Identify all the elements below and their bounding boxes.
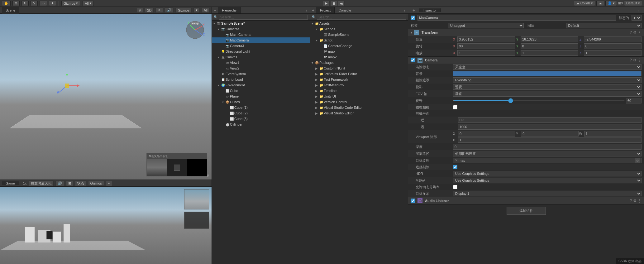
audio-settings-btn[interactable]: ⚙ bbox=[633, 199, 637, 203]
all-dropdown[interactable]: All ▾ bbox=[83, 1, 93, 6]
camera-header[interactable]: 📷 Camera ? ⚙ ⋮ bbox=[408, 57, 644, 64]
project-item-vscode-editor[interactable]: ▶ 📁 Visual Studio Code Editor bbox=[310, 105, 408, 110]
audio-listener-checkbox[interactable] bbox=[411, 199, 415, 203]
hierarchy-item-cylinder[interactable]: ⬤ Cylinder bbox=[212, 122, 310, 127]
camera-more-btn[interactable]: ⋮ bbox=[638, 58, 642, 62]
project-more-btn[interactable]: ⋮ bbox=[401, 7, 408, 13]
hierarchy-item-cubes[interactable]: ▾ 📦 Cubes bbox=[212, 99, 310, 105]
scene-gizmos-btn[interactable]: Gizmos bbox=[175, 8, 191, 13]
project-item-samplescene[interactable]: 🎬 SampleScene bbox=[310, 32, 408, 37]
layer-dropdown[interactable]: Default bbox=[566, 23, 642, 28]
scale-x-input[interactable] bbox=[457, 50, 515, 56]
hierarchy-scene-root[interactable]: ▾ 🎬 SampleScene* bbox=[212, 21, 310, 26]
project-item-textmeshpro[interactable]: ▶ 📁 TextMeshPro bbox=[310, 82, 408, 88]
tab-inspector[interactable]: Inspector bbox=[419, 8, 441, 12]
add-component-button[interactable]: 添加组件 bbox=[507, 207, 546, 215]
project-item-map[interactable]: 🗺 map bbox=[310, 49, 408, 54]
pos-x-input[interactable] bbox=[457, 36, 515, 42]
project-item-map2[interactable]: 🗺 map2 bbox=[310, 54, 408, 60]
pos-y-input[interactable] bbox=[521, 36, 578, 42]
game-canvas[interactable] bbox=[0, 187, 212, 264]
physical-camera-checkbox[interactable] bbox=[453, 105, 457, 109]
hierarchy-item-cameras[interactable]: ▾ 📷 Cameras bbox=[212, 26, 310, 32]
hierarchy-item-camera3[interactable]: 📷 Camera3 bbox=[212, 43, 310, 49]
camera-active-checkbox[interactable] bbox=[411, 58, 415, 62]
scale-tool[interactable]: ⤡ bbox=[31, 1, 38, 6]
game-gizmos-dd[interactable]: ▾ bbox=[106, 181, 112, 186]
msaa-dropdown[interactable]: Use Graphics Settings bbox=[453, 178, 642, 183]
near-input[interactable] bbox=[458, 117, 642, 123]
rot-y-input[interactable] bbox=[521, 43, 578, 49]
project-item-jetbrains[interactable]: ▶ 📁 JetBrains Rider Editor bbox=[310, 71, 408, 77]
pause-button[interactable]: ⏸ bbox=[330, 1, 337, 6]
transform-settings-btn[interactable]: ⚙ bbox=[633, 30, 637, 35]
step-button[interactable]: ⏭ bbox=[338, 1, 345, 6]
hand-tool[interactable]: ✋ bbox=[2, 1, 11, 6]
target-texture-select-btn[interactable]: ⊙ bbox=[635, 158, 640, 163]
vp-y-input[interactable] bbox=[521, 131, 578, 137]
rotate-tool[interactable]: ↻ bbox=[21, 1, 29, 6]
audio-listener-header[interactable]: 🎧 Audio Listener ? ⚙ ⋮ bbox=[408, 197, 644, 204]
background-color[interactable] bbox=[453, 71, 642, 76]
object-active-checkbox[interactable] bbox=[411, 16, 415, 20]
tab-scene[interactable]: Scene bbox=[2, 7, 19, 14]
pos-z-input[interactable] bbox=[584, 36, 642, 42]
services-button[interactable]: ☁ bbox=[596, 1, 604, 6]
project-item-custom-nunit[interactable]: ▶ 📁 Custom NUnit bbox=[310, 65, 408, 71]
projection-dropdown[interactable]: 透视 bbox=[453, 84, 642, 90]
hierarchy-search-input[interactable] bbox=[219, 15, 308, 20]
hierarchy-item-cube[interactable]: ⬜ Cube bbox=[212, 88, 310, 94]
inspector-add-btn[interactable]: + bbox=[411, 8, 417, 13]
hierarchy-item-cube2[interactable]: ⬜ Cube (2) bbox=[212, 110, 310, 116]
transform-info-btn[interactable]: ? bbox=[630, 30, 632, 35]
fov-slider[interactable] bbox=[453, 100, 625, 101]
project-search-input[interactable] bbox=[317, 15, 406, 20]
hierarchy-item-cube1[interactable]: ⬜ Cube (1) bbox=[212, 105, 310, 110]
tab-game[interactable]: Game bbox=[2, 181, 19, 185]
project-item-unity-ui[interactable]: ▶ 📁 Unity UI bbox=[310, 94, 408, 99]
project-item-version-control[interactable]: ▶ 📁 Version Control bbox=[310, 99, 408, 105]
inspector-more-btn[interactable]: ⋮ bbox=[635, 8, 642, 13]
scene-light-btn[interactable]: ☀ bbox=[155, 7, 163, 13]
hierarchy-item-environment[interactable]: ▾ 🌍 Environment bbox=[212, 82, 310, 88]
project-add-btn[interactable]: + bbox=[310, 7, 316, 13]
hierarchy-item-view1[interactable]: ▭ View1 bbox=[212, 60, 310, 65]
vp-x-input[interactable] bbox=[458, 131, 515, 137]
tab-project[interactable]: Project bbox=[316, 7, 335, 13]
project-item-script[interactable]: ▾ 📁 Script bbox=[310, 37, 408, 43]
static-dropdown[interactable]: ▾ bbox=[632, 15, 642, 21]
camera-info-btn[interactable]: ? bbox=[630, 58, 632, 62]
project-item-timeline[interactable]: ▶ 📁 Timeline bbox=[310, 88, 408, 94]
layout-button[interactable]: Default ▾ bbox=[624, 1, 642, 6]
scene-audio-btn[interactable]: 🔊 bbox=[165, 7, 174, 13]
hierarchy-item-scriptload[interactable]: 📋 Script Load bbox=[212, 77, 310, 82]
occlusion-checkbox[interactable] bbox=[453, 165, 457, 169]
hierarchy-item-cube3[interactable]: ⬜ Cube (3) bbox=[212, 116, 310, 122]
vp-h-input[interactable] bbox=[458, 137, 642, 143]
play-maximize-btn[interactable]: 播放时最大化 bbox=[29, 180, 54, 186]
rot-x-input[interactable] bbox=[457, 43, 515, 49]
project-item-packages[interactable]: ▾ 📦 Packages bbox=[310, 60, 408, 65]
transform-header[interactable]: ▾ ↔ Transform ? ⚙ ⋮ bbox=[408, 29, 644, 36]
transform-more-btn[interactable]: ⋮ bbox=[638, 30, 642, 35]
hierarchy-item-plane[interactable]: ▱ Plane bbox=[212, 94, 310, 99]
game-stats-btn[interactable]: 状态 bbox=[75, 180, 86, 186]
fov-axis-dropdown[interactable]: 垂直 bbox=[453, 91, 642, 97]
audio-more-btn[interactable]: ⋮ bbox=[638, 199, 642, 203]
culling-mask-dropdown[interactable]: Everything bbox=[453, 77, 642, 83]
scene-all-btn[interactable]: All bbox=[202, 8, 210, 13]
hierarchy-item-view2[interactable]: ▭ View2 bbox=[212, 65, 310, 71]
project-item-scenes[interactable]: ▾ 📁 Scenes bbox=[310, 26, 408, 32]
project-item-testframework[interactable]: ▶ 📁 Test Framework bbox=[310, 77, 408, 82]
play-button[interactable]: ▶ bbox=[323, 1, 330, 6]
audio-info-btn[interactable]: ? bbox=[630, 199, 632, 203]
depth-input[interactable] bbox=[453, 144, 642, 150]
project-item-vs-editor[interactable]: ▶ 📁 Visual Studio Editor bbox=[310, 110, 408, 116]
object-name-field[interactable] bbox=[417, 15, 616, 21]
scene-2d-btn[interactable]: 2D bbox=[145, 8, 154, 13]
scale-z-input[interactable] bbox=[584, 50, 642, 56]
tab-console[interactable]: Console bbox=[335, 7, 355, 13]
scene-canvas[interactable]: X Y Z Persp Persp MapCamera bbox=[0, 14, 212, 180]
clear-flags-dropdown[interactable]: 天空盒 bbox=[453, 64, 642, 70]
scene-toolbar-tools-btn[interactable]: # bbox=[137, 8, 143, 13]
